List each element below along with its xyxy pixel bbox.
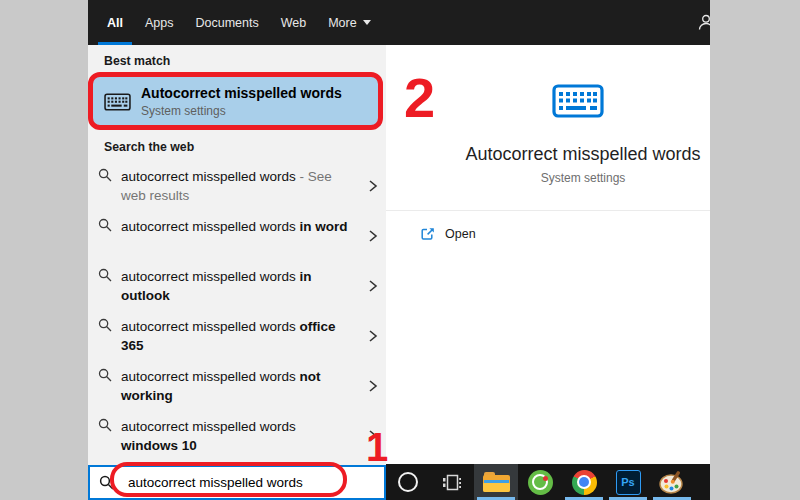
search-icon xyxy=(98,318,112,332)
paint-icon xyxy=(659,470,685,494)
tab-apps-label: Apps xyxy=(145,16,174,30)
annotation-step2-number: 2 xyxy=(404,75,435,121)
web-suggestion-5[interactable]: autocorrect misspelled words not working xyxy=(88,362,386,412)
chevron-right-icon xyxy=(368,179,378,193)
open-external-icon xyxy=(420,226,436,242)
chevron-right-icon xyxy=(368,329,378,343)
search-icon xyxy=(99,475,114,490)
chevron-right-icon xyxy=(368,279,378,293)
tab-apps[interactable]: Apps xyxy=(145,0,174,45)
file-explorer-button[interactable] xyxy=(474,464,518,500)
suggestion-text: autocorrect misspelled words not working xyxy=(121,367,353,405)
task-view-button[interactable] xyxy=(430,464,474,500)
web-suggestion-3[interactable]: autocorrect misspelled words in outlook xyxy=(88,262,386,312)
tab-all-label: All xyxy=(107,16,123,30)
open-action[interactable]: Open xyxy=(420,226,476,242)
suggestion-text: autocorrect misspelled words windows 10 xyxy=(121,417,353,455)
search-icon xyxy=(98,268,112,282)
tab-documents-label: Documents xyxy=(195,16,258,30)
chevron-right-icon xyxy=(368,229,378,243)
best-match-text: Autocorrect misspelled words System sett… xyxy=(141,85,342,118)
search-icon xyxy=(98,418,112,432)
search-icon xyxy=(98,218,112,232)
best-match-subtitle: System settings xyxy=(141,104,342,118)
taskbar: Ps xyxy=(386,464,710,500)
tab-more-label: More xyxy=(328,16,356,30)
preview-panel: 2 Autocorrect misspelled words System se… xyxy=(386,45,710,464)
task-view-icon xyxy=(442,474,462,491)
coc-coc-browser-icon xyxy=(528,470,553,495)
cortana-button[interactable] xyxy=(386,464,430,500)
tab-web[interactable]: Web xyxy=(281,0,306,45)
tab-more[interactable]: More xyxy=(328,0,370,45)
suggestion-text: autocorrect misspelled words in word xyxy=(121,217,353,236)
file-explorer-icon xyxy=(483,472,510,493)
preview-title: Autocorrect misspelled words xyxy=(446,144,710,165)
tab-web-label: Web xyxy=(281,16,306,30)
suggestion-text: autocorrect misspelled words in outlook xyxy=(121,267,353,305)
paint-button[interactable] xyxy=(650,464,694,500)
preview-subtitle: System settings xyxy=(446,171,710,185)
search-results-panel: Best match Autocor xyxy=(88,45,386,465)
best-match-header: Best match xyxy=(104,54,170,68)
photoshop-icon: Ps xyxy=(616,470,641,495)
suggestion-text: autocorrect misspelled words office 365 xyxy=(121,317,353,355)
web-suggestion-2[interactable]: autocorrect misspelled words in word xyxy=(88,212,386,262)
chevron-right-icon xyxy=(368,379,378,393)
windows-search-window: All Apps Documents Web More xyxy=(88,0,710,500)
web-suggestion-4[interactable]: autocorrect misspelled words office 365 xyxy=(88,312,386,362)
desktop: All Apps Documents Web More xyxy=(0,0,800,500)
keyboard-icon xyxy=(552,84,604,118)
tab-documents[interactable]: Documents xyxy=(195,0,258,45)
keyboard-icon xyxy=(104,93,131,111)
chrome-icon xyxy=(572,470,597,495)
tab-all[interactable]: All xyxy=(107,0,123,45)
cortana-circle-icon xyxy=(398,472,418,492)
search-input[interactable]: autocorrect misspelled words xyxy=(88,465,386,500)
person-icon xyxy=(697,13,710,31)
chevron-down-icon xyxy=(363,20,371,25)
search-the-web-header: Search the web xyxy=(104,140,194,154)
search-input-value: autocorrect misspelled words xyxy=(128,475,303,490)
search-icon xyxy=(98,368,112,382)
open-label: Open xyxy=(445,227,476,241)
search-icon xyxy=(98,168,112,182)
divider xyxy=(386,210,710,211)
coc-coc-browser-button[interactable] xyxy=(518,464,562,500)
photoshop-button[interactable]: Ps xyxy=(606,464,650,500)
best-match-title: Autocorrect misspelled words xyxy=(141,85,342,101)
annotation-step1-number: 1 xyxy=(366,428,388,466)
chrome-button[interactable] xyxy=(562,464,606,500)
account-button[interactable] xyxy=(697,13,710,31)
suggestion-text: autocorrect misspelled words - See web r… xyxy=(121,167,353,205)
search-filter-bar: All Apps Documents Web More xyxy=(88,0,710,45)
web-suggestion-6[interactable]: autocorrect misspelled words windows 10 xyxy=(88,412,386,462)
web-suggestion-1[interactable]: autocorrect misspelled words - See web r… xyxy=(88,162,386,212)
best-match-result[interactable]: Autocorrect misspelled words System sett… xyxy=(93,77,381,126)
